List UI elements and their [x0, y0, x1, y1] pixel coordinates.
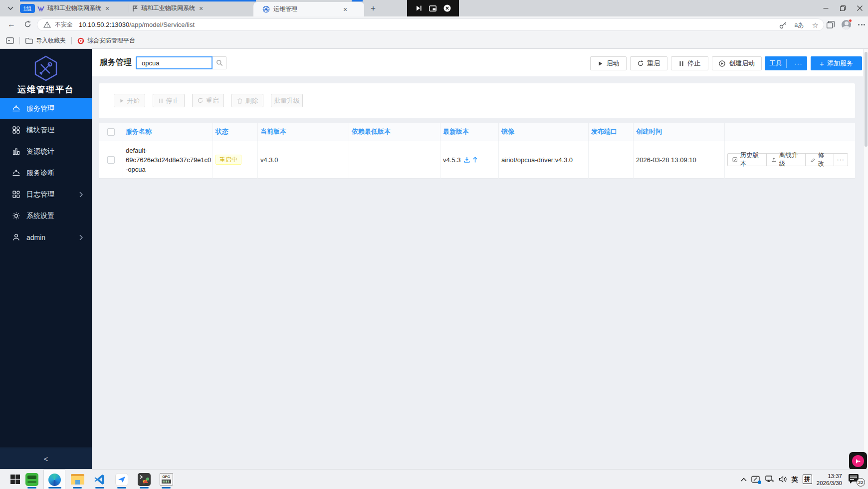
start-button[interactable]: 启动: [590, 56, 627, 70]
upgrade-arrow-icon[interactable]: [472, 156, 478, 163]
sidebar-item-module-management[interactable]: 模块管理: [0, 119, 92, 141]
window-close-button[interactable]: [851, 0, 868, 16]
modify-button[interactable]: 修改: [805, 153, 834, 166]
row-more-button[interactable]: ···: [834, 153, 849, 166]
create-start-button[interactable]: 创建启动: [712, 56, 762, 70]
refresh-button[interactable]: [24, 20, 31, 28]
sidebar-item-label: admin: [26, 234, 45, 242]
browser-tab-2[interactable]: 瑞和工业物联网系统 ×: [132, 0, 240, 16]
batch-restart-button[interactable]: 重启: [192, 94, 224, 107]
sidebar-item-service-diagnosis[interactable]: 服务诊断: [0, 162, 92, 184]
user-icon: [12, 233, 20, 242]
window-restore-button[interactable]: [834, 0, 851, 16]
batch-upgrade-button[interactable]: 批量升级: [271, 94, 303, 107]
sidebar-item-label: 服务诊断: [26, 169, 54, 178]
col-header-image[interactable]: 镜像: [499, 123, 589, 141]
tab-search-button[interactable]: [4, 2, 17, 14]
col-header-service-name[interactable]: 服务名称: [123, 123, 213, 141]
taskbar-app-terminal[interactable]: [133, 470, 155, 489]
button-label: 停止: [166, 96, 179, 105]
col-header-port[interactable]: 发布端口: [589, 123, 634, 141]
tray-language-mode[interactable]: 英: [792, 475, 798, 484]
sidebar-item-system-settings[interactable]: 系统设置: [0, 205, 92, 227]
tray-network[interactable]: [765, 476, 774, 483]
button-label: 重启: [647, 59, 660, 68]
sidebar-item-resource-stats[interactable]: 资源统计: [0, 141, 92, 162]
tab-close-icon[interactable]: ×: [199, 5, 203, 12]
search-button[interactable]: [213, 56, 226, 69]
batch-start-button[interactable]: 开始: [114, 94, 145, 107]
offline-upgrade-button[interactable]: 离线升级: [766, 153, 806, 166]
col-header-created-at[interactable]: 创建时间: [634, 123, 725, 141]
taskbar-app-edge[interactable]: [43, 470, 65, 489]
search-input[interactable]: [136, 56, 213, 69]
sidebar-item-service-management[interactable]: 服务管理: [0, 98, 92, 119]
back-button[interactable]: ←: [7, 20, 15, 29]
restart-button[interactable]: 重启: [630, 56, 667, 70]
tab3-favicon: [262, 5, 270, 13]
system-tray: 英 拼 13:37 2026/3/30 22: [741, 470, 868, 489]
address-bar[interactable]: 不安全 10.10.50.2:13030 /app/model/Service/…: [37, 18, 824, 31]
tray-pen-input[interactable]: [751, 476, 760, 484]
taskbar-app-explorer[interactable]: [66, 470, 88, 489]
tray-expand-button[interactable]: [741, 478, 747, 482]
taskbar-app-vscode[interactable]: [89, 470, 111, 489]
bookmark-import-favorites[interactable]: 导入收藏夹: [25, 36, 66, 45]
window-minimize-button[interactable]: [817, 0, 834, 16]
row-checkbox[interactable]: [107, 156, 115, 164]
tray-clock[interactable]: 13:37 2026/3/30: [817, 473, 842, 487]
terminal-app-icon: [138, 473, 151, 486]
profile-avatar[interactable]: [842, 20, 851, 29]
page-scrollbar[interactable]: [863, 49, 868, 469]
browser-tab-active[interactable]: 运维管理 ×: [253, 2, 364, 16]
close-media-icon[interactable]: [443, 4, 451, 12]
refresh-icon: [24, 20, 31, 28]
password-key-icon[interactable]: [779, 21, 787, 29]
pencil-icon: [810, 157, 815, 163]
service-name-line: -opcua: [126, 165, 211, 174]
batch-delete-button[interactable]: 删除: [231, 94, 263, 107]
bookmark-security-platform[interactable]: 综合安防管理平台: [77, 36, 135, 45]
running-indicator: [117, 487, 126, 489]
notification-center-button[interactable]: 22: [848, 474, 865, 486]
add-service-button[interactable]: + 添加服务: [811, 56, 862, 70]
favorite-star-icon[interactable]: ☆: [812, 21, 819, 30]
col-header-min-dependency[interactable]: 依赖最低版本: [349, 123, 440, 141]
sidebar-item-label: 模块管理: [26, 126, 54, 135]
browser-tab-1[interactable]: 瑞和工业物联网系统 ×: [37, 0, 127, 16]
sidebar-item-log-management[interactable]: 日志管理: [0, 184, 92, 205]
tab-group-badge[interactable]: 1组: [20, 4, 35, 13]
new-tab-button[interactable]: +: [367, 2, 379, 14]
history-version-button[interactable]: 历史版本: [727, 153, 767, 166]
tools-button[interactable]: 工具: [765, 59, 787, 68]
col-header-latest-version[interactable]: 最新版本: [440, 123, 499, 141]
skip-media-icon[interactable]: [416, 5, 422, 11]
batch-stop-button[interactable]: 停止: [153, 94, 185, 107]
floating-assistant-widget[interactable]: [849, 452, 867, 470]
airiot-app-icon: [25, 473, 38, 486]
translate-icon[interactable]: aあ: [795, 21, 804, 29]
tab-close-icon[interactable]: ×: [343, 6, 347, 13]
picture-in-picture-icon[interactable]: [429, 5, 436, 11]
tray-volume[interactable]: [779, 476, 787, 483]
sidebar-collapse-button[interactable]: <: [0, 448, 92, 469]
download-upgrade-icon[interactable]: [463, 156, 470, 163]
scrollbar-thumb[interactable]: [865, 52, 868, 147]
sidebar-item-label: 资源统计: [26, 147, 54, 156]
tray-ime-mode[interactable]: 拼: [803, 475, 812, 484]
chevron-up-icon: [741, 478, 747, 482]
browser-menu-button[interactable]: [858, 24, 865, 25]
stop-button[interactable]: 停止: [671, 56, 708, 70]
taskbar-app-remote[interactable]: [111, 470, 133, 489]
sidebar-item-label: 服务管理: [26, 104, 54, 113]
tools-more-button[interactable]: ···: [790, 60, 807, 67]
taskbar-app-opc[interactable]: OPC: [155, 470, 177, 489]
taskbar-app-airiot[interactable]: [21, 470, 43, 489]
sidebar-item-admin[interactable]: admin: [0, 227, 92, 248]
col-header-current-version[interactable]: 当前版本: [258, 123, 349, 141]
col-header-status[interactable]: 状态: [213, 123, 258, 141]
collections-icon[interactable]: [827, 21, 835, 28]
select-all-checkbox[interactable]: [107, 128, 115, 136]
tab-close-icon[interactable]: ×: [105, 5, 109, 12]
reading-list-button[interactable]: [6, 37, 14, 44]
